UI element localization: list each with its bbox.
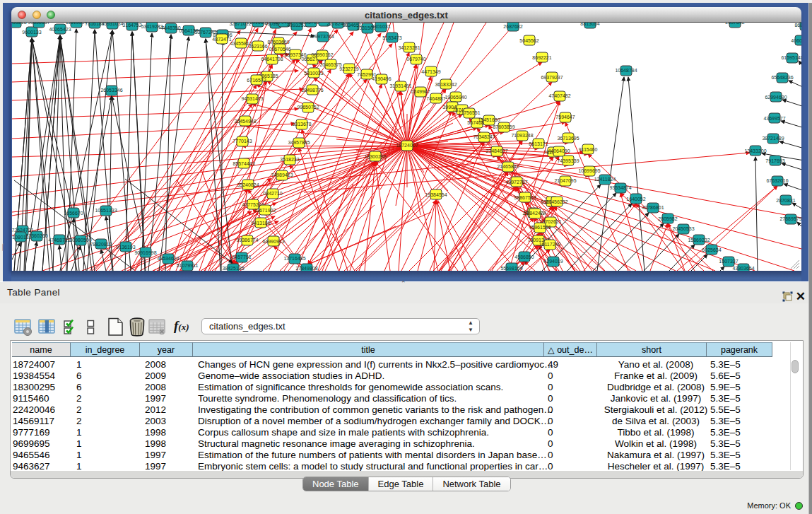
svg-text:74989413: 74989413 (271, 173, 293, 177)
svg-text:3623166: 3623166 (248, 44, 267, 49)
svg-text:7594647: 7594647 (555, 115, 575, 119)
svg-text:20450533: 20450533 (672, 226, 694, 231)
svg-text:8813054: 8813054 (580, 23, 599, 26)
svg-text:8692221: 8692221 (532, 55, 551, 60)
svg-text:9457791: 9457791 (232, 255, 251, 259)
svg-text:35454948: 35454948 (234, 119, 256, 124)
svg-text:99386774: 99386774 (236, 238, 258, 243)
svg-text:42786801: 42786801 (642, 205, 664, 210)
svg-text:5310033: 5310033 (304, 71, 323, 76)
svg-text:10433218: 10433218 (12, 23, 27, 25)
svg-text:7917693: 7917693 (765, 158, 784, 163)
svg-text:3518233: 3518233 (280, 157, 299, 162)
svg-text:9136193: 9136193 (116, 245, 135, 250)
svg-text:8313678: 8313678 (292, 122, 311, 127)
svg-text:11671902: 11671902 (254, 208, 276, 213)
svg-text:0679740: 0679740 (406, 57, 425, 62)
svg-text:20465375: 20465375 (319, 62, 341, 67)
svg-text:49972787: 49972787 (505, 180, 527, 185)
svg-text:9301031: 9301031 (371, 24, 390, 29)
svg-text:30980500: 30980500 (69, 238, 91, 243)
svg-text:4471349: 4471349 (421, 69, 440, 74)
svg-text:15869232: 15869232 (688, 238, 710, 243)
svg-text:85574443: 85574443 (233, 161, 254, 166)
svg-text:8613171: 8613171 (529, 141, 548, 146)
svg-text:34957885: 34957885 (288, 140, 310, 145)
svg-text:64990913: 64990913 (262, 239, 284, 244)
svg-text:2687682: 2687682 (503, 24, 522, 29)
svg-text:90838637: 90838637 (28, 23, 49, 25)
svg-text:53419283: 53419283 (141, 24, 163, 29)
svg-text:29973763: 29973763 (312, 34, 334, 39)
svg-text:31931491: 31931491 (389, 83, 411, 88)
svg-text:1607337: 1607337 (719, 259, 738, 264)
svg-text:4060883: 4060883 (791, 38, 801, 43)
svg-text:2637842: 2637842 (725, 23, 744, 25)
svg-text:70348247: 70348247 (473, 134, 495, 139)
svg-text:7648350: 7648350 (161, 25, 180, 30)
svg-text:11615594: 11615594 (66, 23, 88, 25)
svg-text:43534624: 43534624 (157, 256, 179, 261)
svg-text:5045562: 5045562 (519, 38, 539, 43)
svg-text:67632016: 67632016 (766, 178, 788, 183)
svg-text:36183242: 36183242 (435, 82, 457, 87)
svg-text:4294019: 4294019 (543, 259, 563, 264)
svg-text:78820812: 78820812 (90, 242, 112, 247)
svg-text:47468723: 47468723 (48, 238, 70, 243)
svg-text:40265423: 40265423 (49, 27, 71, 32)
svg-text:77360260: 77360260 (25, 233, 47, 238)
svg-text:87603859: 87603859 (493, 124, 514, 129)
svg-text:0842710: 0842710 (263, 191, 282, 196)
svg-text:43303654: 43303654 (732, 266, 754, 271)
svg-text:44064090: 44064090 (548, 148, 570, 153)
svg-text:34123281: 34123281 (398, 45, 420, 50)
svg-text:99650752: 99650752 (297, 105, 319, 110)
svg-text:51079911: 51079911 (177, 263, 199, 268)
svg-text:3164752: 3164752 (122, 23, 141, 28)
svg-text:13433200: 13433200 (744, 148, 766, 153)
svg-text:61595148: 61595148 (781, 55, 801, 60)
svg-text:74395339: 74395339 (557, 158, 579, 163)
svg-text:21456232: 21456232 (546, 199, 567, 204)
svg-text:86872774: 86872774 (794, 23, 801, 28)
svg-text:9413186: 9413186 (251, 221, 270, 226)
svg-text:36713695: 36713695 (557, 136, 579, 141)
svg-text:7464887: 7464887 (426, 96, 445, 101)
svg-text:15451680: 15451680 (478, 117, 500, 122)
svg-text:93534874: 93534874 (609, 185, 631, 190)
svg-text:90916998: 90916998 (134, 250, 156, 255)
svg-text:09670546: 09670546 (269, 47, 290, 52)
svg-text:45961586: 45961586 (529, 225, 551, 230)
svg-text:65648236: 65648236 (771, 75, 793, 80)
svg-text:58867533: 58867533 (514, 195, 536, 200)
svg-text:27849808: 27849808 (295, 266, 317, 271)
svg-text:27889579: 27889579 (779, 216, 801, 221)
svg-text:94531473: 94531473 (241, 96, 263, 101)
svg-text:4586850: 4586850 (514, 255, 534, 259)
svg-text:95931034: 95931034 (101, 23, 123, 26)
svg-text:16117240: 16117240 (539, 242, 561, 247)
svg-text:6716572: 6716572 (247, 78, 266, 83)
svg-text:38425135: 38425135 (222, 266, 244, 271)
svg-text:26053346: 26053346 (100, 88, 122, 93)
svg-text:47407482: 47407482 (548, 93, 570, 98)
svg-text:64641708: 64641708 (261, 57, 283, 62)
svg-text:2870831: 2870831 (776, 198, 795, 203)
svg-text:38721489: 38721489 (762, 136, 784, 141)
svg-text:0249947: 0249947 (411, 89, 430, 94)
svg-text:43699577: 43699577 (763, 116, 785, 121)
svg-text:10651333: 10651333 (95, 208, 117, 213)
svg-text:13716485: 13716485 (283, 256, 305, 261)
svg-text:9115460: 9115460 (579, 147, 598, 152)
svg-text:19384554: 19384554 (425, 192, 447, 197)
svg-text:4190496: 4190496 (372, 76, 391, 81)
svg-text:1640052: 1640052 (626, 197, 645, 201)
svg-text:28498776: 28498776 (301, 88, 323, 93)
svg-text:4873471: 4873471 (212, 37, 231, 42)
svg-text:5183473: 5183473 (382, 35, 401, 40)
svg-text:27484677: 27484677 (486, 148, 507, 153)
svg-text:2805982: 2805982 (658, 216, 677, 221)
svg-text:58842474: 58842474 (524, 211, 546, 216)
svg-text:19065940: 19065940 (445, 95, 466, 100)
svg-text:12411824: 12411824 (594, 177, 616, 182)
